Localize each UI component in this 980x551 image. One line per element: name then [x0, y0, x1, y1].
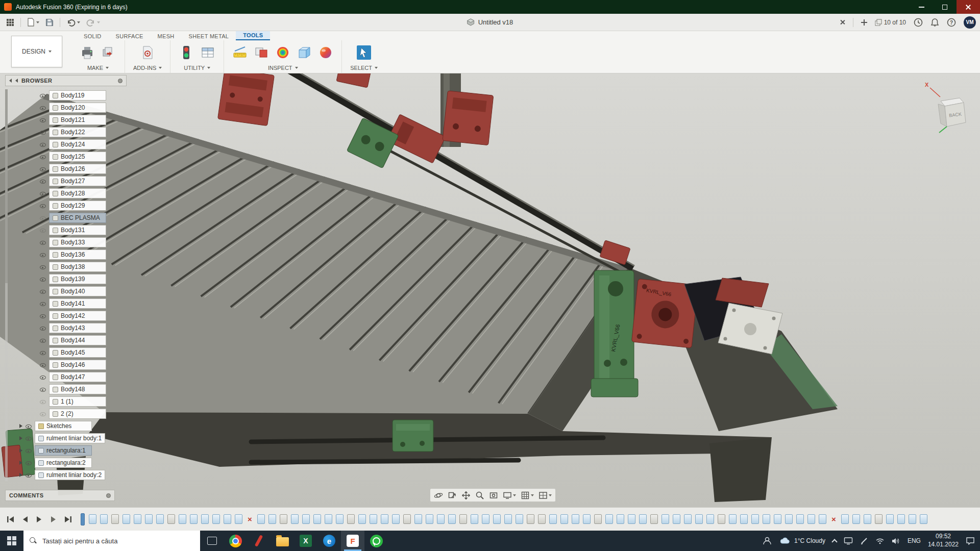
timeline-feature-icon[interactable] — [897, 514, 905, 524]
browser-item[interactable]: Body121 — [5, 114, 127, 126]
maximize-button[interactable] — [933, 0, 957, 14]
visibility-eye-icon[interactable] — [39, 92, 47, 99]
interference-icon[interactable] — [254, 45, 269, 60]
browser-item-box[interactable]: Body125 — [49, 152, 106, 162]
expand-arrow-icon[interactable] — [19, 436, 22, 440]
visibility-eye-icon[interactable] — [39, 105, 47, 111]
visibility-eye-icon[interactable] — [25, 460, 33, 466]
select-tool-icon[interactable] — [355, 44, 373, 61]
notification-bell-icon[interactable] — [930, 18, 939, 27]
browser-item[interactable]: Sketches — [5, 420, 127, 432]
inspect-menu[interactable]: INSPECT — [268, 65, 298, 71]
browser-item[interactable]: Body128 — [5, 187, 127, 199]
timeline-feature-icon[interactable] — [358, 514, 366, 524]
browser-item[interactable]: 1 (1) — [5, 395, 127, 408]
browser-item[interactable]: Body142 — [5, 310, 127, 322]
expand-arrow-icon[interactable] — [19, 473, 22, 477]
browser-item-box[interactable]: Body133 — [49, 237, 106, 247]
design-menu-button[interactable]: DESIGN — [11, 36, 62, 67]
timeline-feature-icon[interactable] — [134, 514, 141, 524]
timeline-feature-icon[interactable] — [617, 514, 624, 524]
view-cube[interactable]: X BACK — [925, 82, 966, 133]
grid-settings-icon[interactable] — [521, 491, 534, 500]
timeline-feature-icon[interactable] — [313, 514, 321, 524]
timeline-feature-icon[interactable] — [403, 514, 411, 524]
timeline-feature-icon[interactable] — [145, 514, 153, 524]
timeline-feature-icon[interactable] — [583, 514, 591, 524]
timeline-skip-to-start-button[interactable] — [5, 514, 16, 525]
browser-item-box[interactable]: Body129 — [49, 201, 106, 211]
select-menu[interactable]: SELECT — [350, 65, 378, 71]
browser-item-box[interactable]: Body138 — [49, 262, 106, 272]
timeline-feature-icon[interactable] — [695, 514, 703, 524]
viewport[interactable]: KVRL_V66 KVRL_V66 X — [0, 73, 980, 507]
browser-item[interactable]: Body131 — [5, 224, 127, 236]
browser-item-box[interactable]: 2 (2) — [49, 409, 106, 419]
display-tray-icon[interactable] — [844, 537, 853, 545]
visibility-eye-icon[interactable] — [39, 386, 47, 393]
timeline-feature-icon[interactable] — [111, 514, 119, 524]
timeline-feature-icon[interactable] — [426, 514, 433, 524]
user-avatar[interactable]: VM — [964, 16, 976, 29]
browser-item-box[interactable]: Body121 — [49, 115, 106, 125]
browser-item[interactable]: BEC PLASMA — [5, 212, 127, 224]
browser-item[interactable]: Body143 — [5, 322, 127, 334]
visibility-eye-icon[interactable] — [39, 325, 47, 332]
timeline-feature-icon[interactable] — [763, 514, 770, 524]
timeline-feature-icon[interactable] — [347, 514, 355, 524]
timeline-feature-icon[interactable] — [706, 514, 714, 524]
taskbar-app-red[interactable] — [247, 531, 271, 551]
look-at-icon[interactable] — [448, 491, 457, 500]
visibility-eye-icon[interactable] — [39, 337, 47, 344]
addins-menu[interactable]: ADD-INS — [133, 65, 162, 71]
timeline-feature-icon[interactable] — [482, 514, 489, 524]
visibility-eye-icon[interactable] — [39, 264, 47, 270]
browser-item[interactable]: Body124 — [5, 138, 127, 151]
minimize-button[interactable] — [910, 0, 933, 14]
tab-sheet-metal[interactable]: SHEET METAL — [182, 32, 236, 40]
measure-icon[interactable] — [232, 45, 248, 60]
visibility-eye-icon[interactable] — [39, 411, 47, 417]
visibility-eye-icon[interactable] — [39, 288, 47, 295]
timeline-feature-icon[interactable] — [414, 514, 422, 524]
visibility-eye-icon[interactable] — [39, 203, 47, 209]
timeline-feature-icon[interactable] — [909, 514, 916, 524]
timeline-error-icon[interactable]: × — [246, 514, 254, 524]
timeline-step-back-button[interactable] — [19, 514, 31, 525]
viewports-icon[interactable] — [538, 491, 552, 500]
utility-menu[interactable]: UTILITY — [184, 65, 210, 71]
fit-to-window-icon[interactable] — [489, 491, 498, 500]
visibility-eye-icon[interactable] — [39, 117, 47, 123]
browser-item[interactable]: Body136 — [5, 248, 127, 261]
browser-item-box[interactable]: Sketches — [35, 421, 92, 431]
browser-item[interactable]: Body145 — [5, 346, 127, 359]
weather-widget[interactable]: 1°C Cloudy — [779, 537, 825, 545]
display-settings-icon[interactable] — [503, 491, 516, 500]
visibility-eye-icon[interactable] — [39, 349, 47, 356]
visibility-eye-icon[interactable] — [39, 300, 47, 307]
timeline-feature-icon[interactable] — [504, 514, 512, 524]
timeline-feature-icon[interactable] — [336, 514, 344, 524]
browser-item-box[interactable]: Body126 — [49, 164, 106, 174]
browser-item[interactable]: Body125 — [5, 151, 127, 163]
timeline-feature-icon[interactable] — [527, 514, 534, 524]
timeline-feature-icon[interactable] — [560, 514, 568, 524]
timeline-feature-icon[interactable] — [167, 514, 175, 524]
timeline-feature-icon[interactable] — [538, 514, 546, 524]
browser-item-box[interactable]: rulment liniar body:1 — [35, 433, 105, 443]
visibility-eye-icon[interactable] — [39, 276, 47, 283]
timeline-feature-icon[interactable] — [370, 514, 377, 524]
timeline-feature-icon[interactable] — [224, 514, 231, 524]
taskbar-search[interactable] — [23, 531, 200, 551]
visibility-eye-icon[interactable] — [39, 313, 47, 319]
3d-print-icon[interactable] — [80, 45, 95, 60]
browser-item-box[interactable]: Body140 — [49, 286, 106, 296]
visibility-eye-icon[interactable] — [39, 190, 47, 197]
timeline-step-forward-button[interactable] — [48, 514, 59, 525]
browser-item-box[interactable]: Body145 — [49, 347, 106, 358]
visibility-eye-icon[interactable] — [39, 398, 47, 405]
timeline-feature-icon[interactable] — [886, 514, 894, 524]
timeline-position-marker[interactable] — [81, 513, 85, 525]
search-input[interactable] — [41, 537, 184, 545]
expand-arrow-icon[interactable] — [19, 448, 22, 453]
